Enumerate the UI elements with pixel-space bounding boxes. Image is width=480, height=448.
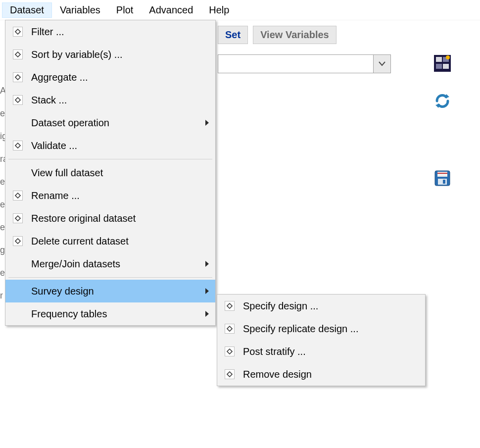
- obscured-text: e: [0, 193, 5, 216]
- menu-item-view-full-dataset[interactable]: View full dataset: [5, 161, 215, 184]
- menu-item-label: Restore original dataset: [28, 213, 202, 224]
- menu-item-label: Sort by variable(s) ...: [28, 49, 202, 60]
- menu-item-rename[interactable]: Rename ...: [5, 184, 215, 207]
- svg-rect-4: [443, 64, 449, 69]
- menu-item-label: Frequency tables: [28, 308, 202, 320]
- obscured-text: e: [0, 102, 5, 125]
- save-icon[interactable]: [433, 169, 451, 187]
- menu-item-sort-by-variable-s[interactable]: Sort by variable(s) ...: [5, 43, 215, 66]
- menu-item-label: Survey design: [28, 286, 202, 297]
- svg-rect-3: [436, 64, 442, 69]
- combobox-value: [218, 55, 373, 73]
- svg-marker-26: [227, 326, 232, 331]
- menu-item-dataset-operation[interactable]: Dataset operation: [5, 111, 215, 134]
- submenu-arrow-icon: [202, 288, 211, 295]
- svg-marker-13: [15, 29, 20, 34]
- menu-item-label: Delete current dataset: [28, 236, 202, 247]
- submenu-arrow-icon: [202, 260, 211, 267]
- submenu-item-specify-replicate-design[interactable]: Specify replicate design ...: [217, 317, 425, 340]
- diamond-icon: [7, 27, 28, 37]
- menu-item-validate[interactable]: Validate ...: [5, 134, 215, 157]
- diamond-icon: [219, 301, 240, 311]
- diamond-icon: [7, 50, 28, 59]
- menu-item-frequency-tables[interactable]: Frequency tables: [5, 302, 215, 325]
- svg-marker-21: [15, 239, 20, 244]
- menu-item-label: Remove design: [240, 369, 421, 380]
- menu-item-merge-join-datasets[interactable]: Merge/Join datasets: [5, 252, 215, 275]
- submenu-item-remove-design[interactable]: Remove design: [217, 363, 425, 386]
- obscured-left-gutter: Aeigraeeeger: [0, 79, 5, 307]
- svg-marker-18: [15, 143, 20, 148]
- menu-item-filter[interactable]: Filter ...: [5, 20, 215, 43]
- submenu-item-specify-design[interactable]: Specify design ...: [217, 295, 425, 317]
- menu-item-label: Validate ...: [28, 140, 202, 151]
- menu-item-stack[interactable]: Stack ...: [5, 89, 215, 111]
- dataset-menu: Filter ...Sort by variable(s) ...Aggrega…: [5, 20, 216, 326]
- svg-rect-12: [443, 180, 445, 184]
- diamond-icon: [7, 95, 28, 105]
- survey-design-submenu: Specify design ...Specify replicate desi…: [217, 294, 426, 386]
- obscured-text: A: [0, 79, 5, 102]
- menu-top-dataset[interactable]: Dataset: [2, 2, 52, 18]
- menu-item-label: Aggregate ...: [28, 72, 202, 83]
- obscured-text: e: [0, 261, 5, 284]
- svg-marker-16: [15, 98, 20, 102]
- svg-marker-27: [227, 349, 232, 354]
- svg-marker-15: [15, 75, 20, 80]
- diamond-icon: [219, 347, 240, 356]
- variable-combobox[interactable]: [218, 54, 391, 73]
- menu-separator: [8, 159, 212, 159]
- refresh-icon[interactable]: [433, 92, 451, 110]
- menubar: DatasetVariablesPlotAdvancedHelp: [0, 0, 480, 20]
- svg-rect-10: [437, 173, 447, 174]
- submenu-item-post-stratify[interactable]: Post stratify ...: [217, 340, 425, 363]
- diamond-icon: [7, 141, 28, 150]
- view-variables-button[interactable]: View Variables: [253, 26, 336, 44]
- panel-grid-icon[interactable]: [433, 54, 451, 72]
- menu-top-help[interactable]: Help: [201, 2, 237, 18]
- svg-point-5: [446, 55, 450, 59]
- diamond-icon: [7, 72, 28, 82]
- diamond-icon: [7, 191, 28, 200]
- diamond-icon: [219, 369, 240, 379]
- svg-marker-20: [15, 216, 20, 221]
- set-button[interactable]: Set: [218, 26, 248, 44]
- menu-item-label: Rename ...: [28, 190, 202, 201]
- obscured-text: ra: [0, 148, 5, 170]
- svg-rect-9: [437, 172, 447, 177]
- svg-rect-11: [438, 179, 447, 185]
- submenu-arrow-icon: [202, 119, 211, 126]
- menu-item-label: Specify replicate design ...: [240, 323, 421, 335]
- menu-item-label: View full dataset: [28, 167, 202, 179]
- menu-item-label: Post stratify ...: [240, 346, 421, 357]
- menu-item-label: Dataset operation: [28, 117, 202, 129]
- menu-separator: [8, 277, 212, 278]
- svg-marker-19: [15, 193, 20, 198]
- menu-item-survey-design[interactable]: Survey design: [5, 280, 215, 302]
- menu-item-aggregate[interactable]: Aggregate ...: [5, 66, 215, 89]
- obscured-text: ig: [0, 125, 5, 148]
- side-icon-column: [433, 54, 451, 187]
- menu-item-label: Merge/Join datasets: [28, 258, 202, 270]
- menu-item-delete-current-dataset[interactable]: Delete current dataset: [5, 230, 215, 252]
- menu-item-label: Stack ...: [28, 95, 202, 106]
- svg-marker-17: [205, 120, 209, 126]
- obscured-text: e: [0, 170, 5, 193]
- svg-marker-23: [205, 288, 209, 294]
- menu-item-label: Filter ...: [28, 26, 202, 38]
- svg-marker-25: [227, 303, 232, 308]
- svg-marker-28: [227, 372, 232, 377]
- obscured-text: r: [0, 284, 5, 307]
- obscured-text: e: [0, 216, 5, 239]
- menu-top-plot[interactable]: Plot: [108, 2, 141, 18]
- chevron-down-icon[interactable]: [373, 55, 390, 73]
- menu-item-restore-original-dataset[interactable]: Restore original dataset: [5, 207, 215, 230]
- svg-marker-24: [205, 311, 209, 317]
- svg-marker-22: [205, 261, 209, 267]
- svg-marker-14: [15, 52, 20, 57]
- menu-top-variables[interactable]: Variables: [52, 2, 108, 18]
- menu-item-label: Specify design ...: [240, 300, 421, 312]
- toolbar: Set View Variables: [218, 26, 336, 44]
- menu-top-advanced[interactable]: Advanced: [141, 2, 201, 18]
- submenu-arrow-icon: [202, 310, 211, 317]
